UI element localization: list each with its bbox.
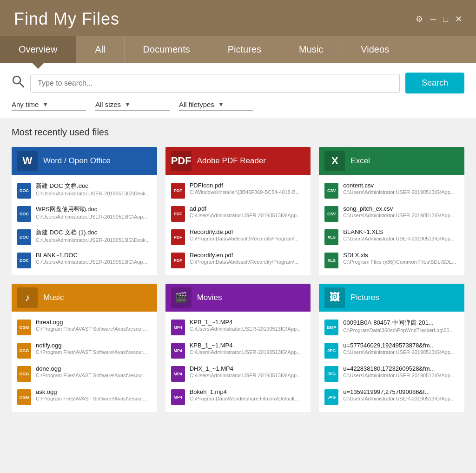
settings-icon[interactable]: ⚙ bbox=[416, 14, 423, 24]
list-item[interactable]: CSVsong_pitch_ex.csvC:\Users\Administrat… bbox=[319, 202, 464, 225]
list-item[interactable]: DOC新建 DOC 文档 (1).docC:\Users\Administrat… bbox=[12, 225, 157, 248]
file-type-icon: PDF bbox=[171, 206, 185, 222]
category-header-excel[interactable]: XExcel bbox=[319, 147, 464, 175]
file-info: u=422838180,17232609528&fm...C:\Users\Ad… bbox=[343, 365, 459, 378]
file-name: threat.ogg bbox=[36, 319, 152, 326]
list-item[interactable]: MP4KPB_1_~1.MP4C:\Users\Administrator.US… bbox=[165, 339, 311, 362]
category-header-word[interactable]: WWord / Open Office bbox=[12, 147, 157, 175]
file-type-icon: BMP bbox=[324, 320, 338, 335]
file-type-icon: PDF bbox=[171, 229, 185, 245]
file-info: 00091B0A-80457-中间弹窗-201...C:\ProgramData… bbox=[343, 319, 459, 333]
maximize-icon[interactable]: □ bbox=[443, 14, 448, 24]
tab-overview[interactable]: Overview bbox=[0, 36, 76, 63]
file-path: C:\Users\Administrator.USER-20190513IG\A… bbox=[36, 214, 152, 220]
list-item[interactable]: OGGthreat.oggC:\Program Files\AVAST Soft… bbox=[12, 315, 157, 339]
file-type-icon: PDF bbox=[171, 253, 185, 268]
list-item[interactable]: DOCBLANK~1.DOCC:\Users\Administrator.USE… bbox=[12, 248, 157, 272]
tab-documents[interactable]: Documents bbox=[125, 36, 209, 63]
tab-pictures[interactable]: Pictures bbox=[209, 36, 280, 63]
file-name: content.csv bbox=[343, 182, 459, 189]
file-type-icon: CSV bbox=[324, 206, 338, 222]
file-name: ad.pdf bbox=[190, 205, 305, 212]
tab-videos[interactable]: Videos bbox=[342, 36, 408, 63]
file-name: song_pitch_ex.csv bbox=[343, 205, 459, 212]
list-item[interactable]: MP4Bokeh_1.mp4C:\ProgramData\Wondershare… bbox=[165, 385, 311, 408]
file-type-icon: DOC bbox=[17, 229, 31, 245]
list-item[interactable]: OGGnotify.oggC:\Program Files\AVAST Soft… bbox=[12, 339, 157, 362]
svg-point-0 bbox=[13, 76, 20, 84]
file-info: ask.oggC:\Program Files\AVAST Software\A… bbox=[36, 388, 152, 401]
category-header-movies[interactable]: 🎬Movies bbox=[165, 284, 311, 312]
file-path: C:\Users\Administrator.USER-20190513IG\A… bbox=[190, 373, 305, 378]
filter-row: Any time ▼ All sizes ▼ All filetypes ▼ bbox=[12, 100, 464, 111]
file-info: 新建 DOC 文档.docC:\Users\Administrator.USER… bbox=[36, 182, 152, 196]
window-controls: ⚙ ─ □ ✕ bbox=[416, 14, 462, 24]
file-path: C:\Users\Administrator.USER-20190513IG\A… bbox=[343, 396, 459, 401]
category-card-movies: 🎬MoviesMP4KPB_1_~1.MP4C:\Users\Administr… bbox=[165, 284, 311, 412]
list-item[interactable]: CSVcontent.csvC:\Users\Administrator.USE… bbox=[319, 179, 464, 202]
category-label-excel: Excel bbox=[350, 156, 370, 166]
file-info: ad.pdfC:\Users\Administrator.USER-201905… bbox=[190, 205, 305, 218]
close-icon[interactable]: ✕ bbox=[455, 14, 462, 24]
list-item[interactable]: DOC新建 DOC 文档.docC:\Users\Administrator.U… bbox=[12, 179, 157, 202]
file-type-icon: MP4 bbox=[171, 389, 185, 405]
list-item[interactable]: PDFRecordify.en.pdfC:\ProgramData\Abelss… bbox=[165, 248, 311, 272]
list-item[interactable]: PDFRecordify.de.pdfC:\ProgramData\Abelss… bbox=[165, 225, 311, 248]
file-path: C:\Users\Administrator.USER-20190513IG\A… bbox=[343, 349, 459, 355]
list-item[interactable]: DOCWPS网盘使用帮助.docC:\Users\Administrator.U… bbox=[12, 202, 157, 225]
category-label-word: Word / Open Office bbox=[43, 156, 111, 166]
file-name: PDFIcon.pdf bbox=[190, 182, 305, 189]
list-item[interactable]: XLSSDLX.xlsC:\Program Files (x86)\Common… bbox=[319, 248, 464, 272]
file-path: C:\ProgramData\Wondershare Filmora\Defau… bbox=[190, 396, 305, 401]
category-header-pictures[interactable]: 🖼Pictures bbox=[319, 284, 464, 312]
category-header-music[interactable]: ♪Music bbox=[12, 284, 157, 312]
list-item[interactable]: PDFPDFIcon.pdfC:\Windows\Installer\{3B46… bbox=[165, 179, 311, 202]
file-name: Bokeh_1.mp4 bbox=[190, 388, 305, 395]
file-type-icon: CSV bbox=[324, 183, 338, 199]
file-path: C:\Users\Administrator.USER-20190513IG\A… bbox=[343, 213, 459, 218]
list-item[interactable]: MP4KPB_1_~1.MP4C:\Users\Administrator.US… bbox=[165, 315, 311, 339]
app-title: Find My Files bbox=[14, 9, 119, 29]
list-item[interactable]: BMP00091B0A-80457-中间弹窗-201...C:\ProgramD… bbox=[319, 315, 464, 339]
list-item[interactable]: XLSBLANK~1.XLSC:\Users\Administrator.USE… bbox=[319, 225, 464, 248]
list-item[interactable]: OGGdone.oggC:\Program Files\AVAST Softwa… bbox=[12, 362, 157, 385]
file-path: C:\ProgramData\Abelssoft\Recordify\Progr… bbox=[190, 259, 305, 265]
filetype-filter-arrow: ▼ bbox=[218, 101, 224, 108]
tab-all[interactable]: All bbox=[76, 36, 124, 63]
file-path: C:\Users\Administrator.USER-20190513IG\A… bbox=[343, 189, 459, 195]
file-type-icon: XLS bbox=[324, 229, 338, 245]
search-row: Search bbox=[12, 73, 464, 93]
search-button[interactable]: Search bbox=[405, 73, 464, 93]
category-label-music: Music bbox=[43, 293, 64, 302]
list-item[interactable]: MP4DHX_1_~1.MP4C:\Users\Administrator.US… bbox=[165, 362, 311, 385]
file-list-pictures: BMP00091B0A-80457-中间弹窗-201...C:\ProgramD… bbox=[319, 312, 464, 412]
minimize-icon[interactable]: ─ bbox=[430, 14, 436, 24]
file-type-icon: OGG bbox=[17, 366, 31, 382]
file-info: Recordify.de.pdfC:\ProgramData\Abelssoft… bbox=[190, 228, 305, 241]
list-item[interactable]: OGGask.oggC:\Program Files\AVAST Softwar… bbox=[12, 385, 157, 408]
list-item[interactable]: JPGu=422838180,17232609528&fm...C:\Users… bbox=[319, 362, 464, 385]
time-filter[interactable]: Any time ▼ bbox=[12, 100, 86, 111]
category-header-pdf[interactable]: PDFAdobe PDF Reader bbox=[165, 147, 311, 175]
file-info: KPB_1_~1.MP4C:\Users\Administrator.USER-… bbox=[190, 342, 305, 355]
filetype-filter[interactable]: All filetypes ▼ bbox=[179, 100, 253, 111]
search-icon bbox=[12, 75, 25, 91]
file-name: SDLX.xls bbox=[343, 252, 459, 259]
file-path: C:\Program Files\AVAST Software\Avast\re… bbox=[36, 373, 152, 378]
file-info: done.oggC:\Program Files\AVAST Software\… bbox=[36, 365, 152, 378]
file-list-pdf: PDFPDFIcon.pdfC:\Windows\Installer\{3B46… bbox=[165, 175, 311, 275]
size-filter[interactable]: All sizes ▼ bbox=[95, 100, 170, 111]
file-name: BLANK~1.XLS bbox=[343, 228, 459, 235]
list-item[interactable]: PDFad.pdfC:\Users\Administrator.USER-201… bbox=[165, 202, 311, 225]
category-icon-excel: X bbox=[324, 151, 345, 171]
header: Find My Files ⚙ ─ □ ✕ bbox=[0, 0, 476, 36]
main-content: Most recently used files WWord / Open Of… bbox=[0, 118, 476, 421]
tab-music[interactable]: Music bbox=[280, 36, 342, 63]
file-info: KPB_1_~1.MP4C:\Users\Administrator.USER-… bbox=[190, 319, 305, 332]
file-info: PDFIcon.pdfC:\Windows\Installer\{3B46F36… bbox=[190, 182, 305, 195]
list-item[interactable]: JPGu=1359219997,2757090086&f...C:\Users\… bbox=[319, 385, 464, 408]
category-label-pdf: Adobe PDF Reader bbox=[197, 156, 266, 166]
list-item[interactable]: JPGu=577546029,19249573878&fm...C:\Users… bbox=[319, 339, 464, 362]
search-input[interactable] bbox=[30, 74, 400, 93]
file-info: SDLX.xlsC:\Program Files (x86)\Common Fi… bbox=[343, 252, 459, 265]
